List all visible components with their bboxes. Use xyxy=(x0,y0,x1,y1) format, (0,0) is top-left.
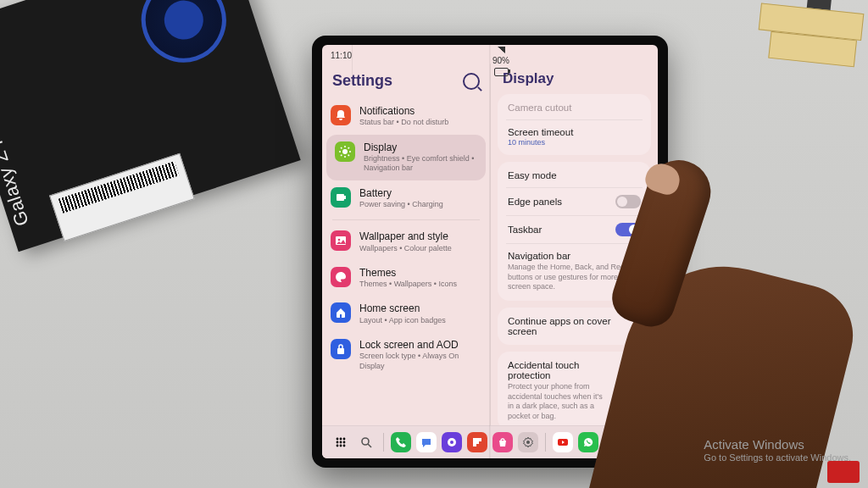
display-detail-pane: Display Camera cutout Screen timeout 10 … xyxy=(490,64,658,425)
category-subtitle: Themes • Wallpapers • Icons xyxy=(359,280,457,289)
settings-category-themes[interactable]: ThemesThemes • Wallpapers • Icons xyxy=(322,260,490,297)
row-continue-apps[interactable]: Continue apps on cover screen xyxy=(498,309,651,343)
product-box: Galaxy Z Fold6 xyxy=(0,0,301,252)
row-edge-panels[interactable]: Edge panels xyxy=(498,188,651,215)
settings-category-battery[interactable]: BatteryPower saving • Charging xyxy=(322,180,490,217)
svg-point-21 xyxy=(340,445,342,447)
row-screen-timeout[interactable]: Screen timeout 10 minutes xyxy=(498,120,651,153)
svg-point-12 xyxy=(338,239,341,241)
svg-point-30 xyxy=(526,441,530,444)
dock-messages-icon[interactable] xyxy=(416,432,437,452)
dock-bixby-icon[interactable] xyxy=(442,432,462,452)
home-icon xyxy=(331,302,351,323)
dock-youtube-icon[interactable] xyxy=(553,432,573,452)
search-icon[interactable] xyxy=(463,73,480,90)
sun-icon xyxy=(335,141,355,162)
toggle-taskbar[interactable] xyxy=(615,223,641,236)
category-subtitle: Wallpapers • Colour palette xyxy=(359,244,452,253)
lock-icon xyxy=(331,339,351,359)
svg-point-23 xyxy=(362,438,369,445)
row-taskbar[interactable]: Taskbar xyxy=(498,216,651,243)
image-icon xyxy=(331,230,351,251)
svg-line-6 xyxy=(348,154,349,155)
bell-icon xyxy=(331,105,351,125)
settings-pane: Settings NotificationsStatus bar • Do no… xyxy=(322,64,490,425)
svg-point-16 xyxy=(343,438,346,441)
category-subtitle: Screen lock type • Always On Display xyxy=(359,352,481,371)
row-easy-mode[interactable]: Easy mode xyxy=(498,164,651,187)
dock-galaxy-store-icon[interactable] xyxy=(492,432,513,452)
category-title: Notifications xyxy=(359,105,448,117)
toggle-edge-panels[interactable] xyxy=(615,195,641,208)
svg-point-20 xyxy=(337,445,339,447)
category-title: Display xyxy=(364,141,477,153)
svg-line-8 xyxy=(348,147,349,148)
svg-point-15 xyxy=(340,438,342,441)
settings-title: Settings xyxy=(332,72,392,90)
dock-apps-icon[interactable] xyxy=(331,432,351,452)
svg-point-19 xyxy=(343,441,346,444)
settings-category-notifications[interactable]: NotificationsStatus bar • Do not disturb xyxy=(322,98,490,135)
signal-icon xyxy=(498,47,505,53)
red-label xyxy=(827,461,860,483)
settings-category-wallpaper-and-style[interactable]: Wallpaper and styleWallpapers • Colour p… xyxy=(322,224,490,260)
samsung-logo-badge xyxy=(131,0,237,74)
category-title: Home screen xyxy=(359,302,446,314)
svg-rect-9 xyxy=(337,194,344,201)
dock-settings-icon[interactable] xyxy=(518,432,538,452)
svg-point-14 xyxy=(337,438,339,441)
toggle-accidental-touch[interactable] xyxy=(615,384,641,397)
detail-title: Display xyxy=(491,67,658,94)
dock-phone-icon[interactable] xyxy=(391,432,411,452)
category-title: Battery xyxy=(359,187,443,199)
svg-point-17 xyxy=(337,441,339,444)
svg-rect-10 xyxy=(344,196,346,199)
svg-rect-29 xyxy=(476,441,479,444)
svg-rect-28 xyxy=(476,438,481,441)
category-title: Lock screen and AOD xyxy=(359,339,481,351)
settings-category-home-screen[interactable]: Home screenLayout • App icon badges xyxy=(322,296,490,332)
row-accidental-touch[interactable]: Accidental touch protection Protect your… xyxy=(498,353,651,425)
category-subtitle: Power saving • Charging xyxy=(359,200,443,209)
palette-icon xyxy=(331,267,351,287)
row-navigation-bar[interactable]: Navigation bar Manage the Home, Back, an… xyxy=(498,244,651,299)
category-subtitle: Status bar • Do not disturb xyxy=(359,118,448,127)
svg-point-18 xyxy=(340,441,342,444)
category-subtitle: Layout • App icon badges xyxy=(359,316,446,325)
svg-line-7 xyxy=(341,154,342,155)
settings-category-lock-screen-and-aod[interactable]: Lock screen and AODScreen lock type • Al… xyxy=(322,332,490,378)
category-title: Themes xyxy=(359,267,457,279)
batt-icon xyxy=(331,187,351,208)
svg-point-22 xyxy=(343,445,346,447)
svg-line-24 xyxy=(368,444,371,447)
foldable-phone: 11:10 90% Settings NotificationsStatus b… xyxy=(312,36,668,468)
barcode-sticker xyxy=(49,153,195,241)
svg-line-5 xyxy=(341,147,342,148)
settings-category-display[interactable]: DisplayBrightness • Eye comfort shield •… xyxy=(326,135,486,180)
battery-icon xyxy=(494,68,509,76)
row-camera-cutout[interactable]: Camera cutout xyxy=(498,96,651,119)
status-time: 11:10 xyxy=(331,51,352,60)
wooden-object xyxy=(745,0,868,92)
dock-flipboard-icon[interactable] xyxy=(467,432,487,452)
svg-point-0 xyxy=(342,149,348,154)
status-bar: 11:10 90% xyxy=(322,45,658,64)
svg-rect-27 xyxy=(473,438,476,446)
svg-point-26 xyxy=(450,441,453,444)
svg-rect-13 xyxy=(337,348,344,354)
category-subtitle: Brightness • Eye comfort shield • Naviga… xyxy=(364,154,477,174)
category-title: Wallpaper and style xyxy=(359,230,452,242)
product-box-label: Galaxy Z Fold6 xyxy=(0,96,34,229)
dock-finder-icon[interactable] xyxy=(356,432,376,452)
taskbar-dock xyxy=(322,425,658,458)
dock-whatsapp-icon[interactable] xyxy=(578,432,598,452)
